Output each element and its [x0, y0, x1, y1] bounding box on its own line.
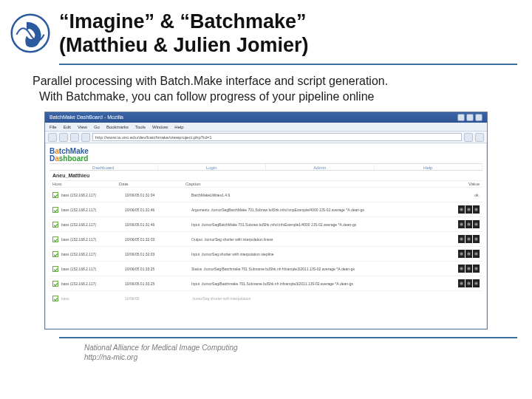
brain-thumb-icon	[458, 279, 465, 287]
thumbnails	[458, 205, 480, 214]
tab-dashboard[interactable]: Dashboard	[50, 164, 158, 170]
reload-button[interactable]	[70, 133, 79, 142]
embedded-screenshot: BatchMake DashBoard - Mozilla File Edit …	[44, 112, 488, 330]
menu-item[interactable]: Help	[174, 123, 183, 131]
brain-thumb-icon	[458, 205, 465, 214]
brain-thumb-icon	[473, 250, 480, 258]
table-row: bass (152.168.2.117)10/06/05 01:32:03Inp…	[50, 246, 482, 261]
brain-thumb-icon	[473, 235, 480, 243]
cell-caption: BatchMakeUtilities1.4.6	[191, 193, 474, 197]
search-button[interactable]	[464, 133, 473, 142]
col-host: Host	[52, 182, 119, 186]
table-body: bass (152.168.2.117)10/06/05 01:31:04Bat…	[50, 187, 482, 305]
thumbnails	[458, 279, 480, 287]
menu-item[interactable]: Bookmarks	[106, 123, 129, 131]
cell-host: bass (152.168.2.117)	[61, 208, 125, 212]
table-row: bass (152.168.2.117)10/06/05 01:33:25Inp…	[50, 276, 482, 290]
check-icon	[52, 207, 58, 213]
menu-item[interactable]: Window	[152, 123, 168, 131]
check-icon	[52, 222, 58, 228]
cell-caption: Output ./tumorSeg shorter with interpola…	[191, 237, 458, 242]
check-icon	[52, 192, 58, 198]
brain-thumb-icon	[466, 279, 472, 287]
brain-thumb-icon	[466, 220, 472, 228]
cell-date: 10/06/05 01:32:03	[125, 237, 191, 242]
tab-help[interactable]: Help	[375, 164, 483, 170]
brain-thumb-icon	[473, 205, 480, 214]
col-caption: Caption	[185, 182, 450, 186]
body-text: Parallel processing with Batch.Make inte…	[0, 65, 532, 112]
table-row: bass10/06/05./tumorSeg shorter with inte…	[50, 290, 482, 305]
browser-toolbar: http://www.ia.unc.edu/dev/batchmake/view…	[45, 132, 487, 143]
window-title: BatchMake DashBoard - Mozilla	[50, 112, 123, 123]
window-titlebar: BatchMake DashBoard - Mozilla	[45, 112, 487, 123]
cell-host: bass (152.168.2.117)	[61, 237, 125, 242]
cell-host: bass (152.168.2.117)	[61, 252, 125, 256]
window-controls	[457, 114, 482, 121]
footer-org: National Alliance for Medical Image Comp…	[84, 344, 238, 352]
cell-caption: Input ./tumorSeg/Batchmake 701.Subname b…	[191, 282, 458, 286]
table-header-row: Host Date Caption Value	[50, 180, 482, 187]
body-line-1: Parallel processing with Batch.Make inte…	[33, 75, 388, 87]
brain-thumb-icon	[458, 220, 465, 228]
print-button[interactable]	[475, 133, 484, 142]
cell-date: 10/06/05 01:33:25	[125, 282, 191, 286]
check-icon	[52, 296, 58, 301]
logo-text: shboard	[59, 154, 88, 163]
maximize-button[interactable]	[466, 114, 474, 121]
cell-host: bass (152.168.2.117)	[61, 267, 125, 271]
cell-date: 10/06/05	[125, 296, 191, 301]
slide-header: “Imagine” & “Batchmake” (Matthieu & Juli…	[0, 0, 532, 64]
menu-item[interactable]: Tools	[135, 123, 146, 131]
footer-url: http://na-mic.org	[84, 353, 137, 361]
cell-date: 10/06/05 01:31:46	[125, 222, 191, 227]
thumbnails	[458, 265, 480, 273]
cell-caption: Arguments ./tumorSegBatchMake 701.Subraw…	[191, 208, 458, 212]
brain-thumb-icon	[473, 265, 480, 273]
table-row: bass (152.168.2.117)10/06/05 01:31:46Arg…	[50, 202, 482, 216]
page-content: BatchMake Dashboard Dashboard Login Admi…	[45, 143, 487, 308]
cell-date: 10/06/05 01:32:03	[125, 252, 191, 256]
namic-logo-icon	[10, 13, 50, 53]
cell-host: bass	[61, 296, 125, 301]
brain-thumb-icon	[466, 235, 472, 243]
forward-button[interactable]	[59, 133, 68, 142]
menu-item[interactable]: Go	[94, 123, 100, 131]
browser-window: BatchMake DashBoard - Mozilla File Edit …	[44, 112, 488, 330]
minimize-button[interactable]	[457, 114, 465, 121]
brain-thumb-icon	[458, 235, 465, 243]
check-icon	[52, 236, 58, 242]
address-bar[interactable]: http://www.ia.unc.edu/dev/batchmake/view…	[92, 133, 462, 141]
cell-host: bass (152.168.2.117)	[61, 193, 125, 197]
slide-footer: National Alliance for Medical Image Comp…	[0, 338, 532, 362]
check-icon	[52, 281, 58, 287]
cell-caption: Status ./tumorSeg/Batchmake 701 Subname …	[191, 267, 458, 271]
menu-item[interactable]: Edit	[64, 123, 71, 131]
brain-thumb-icon	[473, 279, 480, 287]
table-row: bass (152.168.2.117)10/06/05 01:32:03Out…	[50, 231, 482, 246]
cell-caption: Input ./tumorSeg shorter with interpolat…	[191, 252, 458, 256]
cell-host: bass (152.168.2.117)	[61, 222, 125, 227]
table-row: bass (152.168.2.117)10/06/05 01:31:04Bat…	[50, 187, 482, 202]
table-row: bass (152.168.2.117)10/06/05 01:31:46Inp…	[50, 216, 482, 231]
browser-menubar: File Edit View Go Bookmarks Tools Window…	[45, 123, 487, 132]
check-icon	[52, 251, 58, 257]
back-button[interactable]	[48, 133, 57, 142]
thumbnails	[458, 250, 480, 258]
body-line-2: With Batchmake, you can follow progress …	[39, 90, 375, 103]
cell-date: 10/06/05 01:31:46	[125, 208, 191, 212]
brain-thumb-icon	[458, 250, 465, 258]
slide-title: “Imagine” & “Batchmake” (Matthieu & Juli…	[59, 10, 309, 58]
tab-admin[interactable]: Admin	[266, 164, 375, 170]
cell-value: ok.	[474, 193, 480, 197]
menu-item[interactable]: File	[50, 123, 57, 131]
close-button[interactable]	[475, 114, 482, 121]
check-icon	[52, 266, 58, 272]
project-heading: Aneu_Matthieu	[50, 171, 482, 180]
cell-caption: Input ./tumorSegBatchMake 701.Subraw bdS…	[191, 222, 458, 227]
dashboard-tabs: Dashboard Login Admin Help	[50, 163, 482, 171]
tab-login[interactable]: Login	[158, 164, 267, 170]
menu-item[interactable]: View	[78, 123, 87, 131]
title-line-2: (Matthieu & Julien Jomier)	[59, 34, 309, 56]
stop-button[interactable]	[81, 133, 90, 142]
